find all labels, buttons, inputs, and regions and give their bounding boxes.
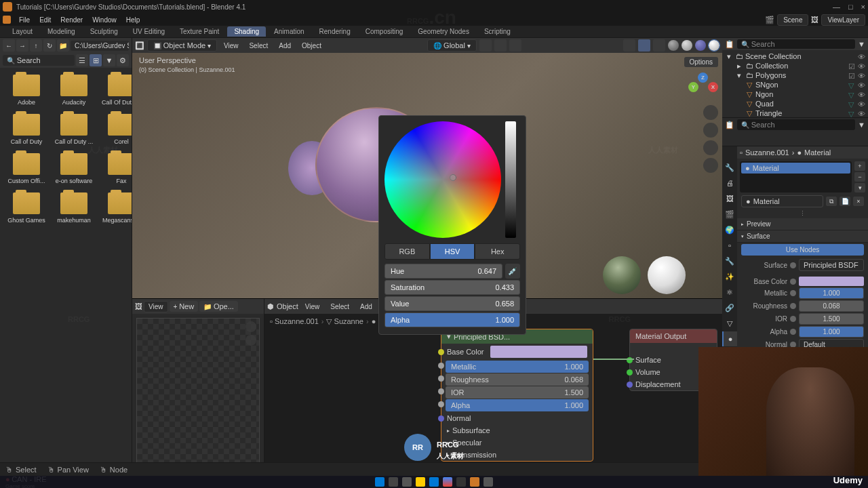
outliner-search[interactable]: 🔍 Search — [737, 39, 855, 49]
socket-dot[interactable] — [790, 279, 796, 285]
close-button[interactable]: × — [861, 3, 865, 11]
shading-wireframe-icon[interactable] — [668, 40, 679, 51]
folder-item[interactable]: Ghost Games — [4, 190, 49, 226]
gizmo-z-axis[interactable]: Z — [698, 73, 708, 83]
taskbar-obs-icon[interactable] — [456, 477, 466, 487]
mode-rgb[interactable]: RGB — [384, 243, 430, 260]
node-principled-bsdf[interactable]: ▾Principled BSD... Base Color Metallic1.… — [441, 329, 593, 462]
nav-up-button[interactable]: ↑ — [30, 39, 42, 52]
gizmo-y-axis[interactable]: Y — [688, 82, 698, 92]
slot-menu-button[interactable]: ▾ — [854, 183, 865, 192]
pan-icon[interactable] — [245, 335, 256, 346]
taskbar-taskview-icon[interactable] — [402, 477, 412, 487]
alpha-slider-field[interactable]: Alpha1.000 — [384, 312, 520, 327]
mode-hsv[interactable]: HSV — [430, 243, 475, 260]
menu-help[interactable]: Help — [122, 15, 144, 25]
folder-item[interactable]: Audacity — [52, 72, 96, 108]
panel-surface-header[interactable]: Surface — [737, 230, 868, 243]
metallic-slider[interactable]: 1.000 — [799, 287, 864, 299]
material-slot-item[interactable]: ●Material — [741, 163, 850, 174]
orientation-gizmo[interactable]: X Y Z — [688, 73, 718, 102]
node-alpha-slider[interactable]: Alpha1.000 — [446, 399, 589, 411]
visibility-icon[interactable]: 👁 — [858, 91, 865, 98]
view-list-icon[interactable]: ☰ — [76, 54, 88, 66]
nav-newfolder-button[interactable]: 📁 — [57, 39, 69, 52]
ne-menu-view[interactable]: View — [301, 302, 324, 312]
taskbar-chrome-icon[interactable] — [443, 477, 452, 487]
tab-particle-icon[interactable]: ✨ — [722, 269, 737, 284]
tab-modifier-icon[interactable]: 🔧 — [722, 253, 737, 268]
tree-row-sngon[interactable]: ▽SNgon▽👁 — [724, 80, 867, 89]
socket-dot[interactable] — [790, 303, 796, 309]
scene-field[interactable]: Scene — [777, 14, 808, 26]
tab-material-icon[interactable]: ● — [722, 331, 737, 346]
folder-item[interactable]: Call of Duty — [4, 111, 49, 148]
mat-unlink-button[interactable]: × — [853, 197, 864, 206]
menu-file[interactable]: File — [15, 15, 34, 25]
tree-row-triangle[interactable]: ▽Triangle▽👁 — [724, 108, 867, 118]
folder-item[interactable]: e-on software — [52, 150, 96, 187]
vp-menu-object[interactable]: Object — [298, 41, 326, 51]
outliner-type-icon[interactable]: 📋 — [725, 40, 734, 49]
nav-refresh-button[interactable]: ↻ — [43, 39, 56, 52]
nav-forward-button[interactable]: → — [16, 39, 28, 52]
tab-geonodes[interactable]: Geometry Nodes — [411, 26, 476, 37]
tab-physics-icon[interactable]: ⚛ — [722, 285, 737, 300]
image-view-menu[interactable]: View — [144, 301, 168, 312]
visibility-icon[interactable]: 👁 — [858, 53, 865, 60]
camera-view-icon[interactable] — [703, 140, 718, 155]
color-wheel[interactable] — [384, 121, 501, 238]
mesh-icon[interactable]: ▽ — [848, 91, 856, 98]
tree-row-ngon[interactable]: ▽Ngon▽👁 — [724, 89, 867, 99]
image-preview-area[interactable] — [136, 318, 260, 484]
tab-uv[interactable]: UV Editing — [126, 26, 172, 37]
tab-scene-icon[interactable]: 🎬 — [722, 207, 737, 222]
checkbox-icon[interactable]: ☑ — [848, 72, 856, 79]
vp-menu-select[interactable]: Select — [245, 41, 272, 51]
visibility-icon[interactable]: 👁 — [858, 72, 865, 79]
folder-item[interactable]: makehuman — [52, 190, 96, 226]
transform-orientation[interactable]: 🌐 Global ▾ — [427, 39, 476, 52]
filter-icon[interactable]: ▼ — [858, 40, 865, 48]
filter-icon[interactable]: ▼ — [103, 54, 115, 66]
snap-icon[interactable] — [494, 39, 507, 52]
folder-item[interactable]: Megascans ... — [99, 190, 132, 226]
xray-icon[interactable] — [653, 39, 665, 52]
tree-row-quad[interactable]: ▽Quad▽👁 — [724, 99, 867, 108]
ior-slider[interactable]: 1.500 — [799, 313, 864, 325]
remove-slot-button[interactable]: − — [854, 172, 865, 182]
tab-sculpting[interactable]: Sculpting — [83, 26, 125, 37]
tree-row-collection[interactable]: ▸🗀Collection☑👁 — [724, 61, 867, 70]
ne-menu-add[interactable]: Add — [356, 302, 376, 312]
tab-shading[interactable]: Shading — [227, 26, 266, 37]
node-socket-basecolor[interactable]: Base Color — [441, 344, 593, 360]
view-grid-icon[interactable]: ⊞ — [90, 54, 102, 66]
tree-row-scene-collection[interactable]: ▾🗀Scene Collection👁 — [724, 52, 867, 61]
overlay-toggle-icon[interactable] — [638, 39, 650, 52]
add-slot-button[interactable]: + — [854, 161, 865, 171]
folder-item[interactable]: Call of Duty ... — [52, 111, 96, 148]
tab-modeling[interactable]: Modeling — [41, 26, 82, 37]
node-expand-specular[interactable]: Specular — [441, 436, 593, 449]
taskbar-app-icon[interactable] — [484, 477, 493, 487]
socket-dot[interactable] — [790, 290, 796, 296]
zoom-icon[interactable] — [245, 321, 256, 332]
folder-item[interactable]: Adobe — [4, 72, 49, 108]
maximize-button[interactable]: □ — [848, 3, 853, 11]
node-socket-normal[interactable]: Normal — [441, 412, 593, 424]
folder-item[interactable]: Custom Offi... — [4, 150, 49, 187]
taskbar-blender-icon[interactable] — [470, 477, 479, 487]
proportional-icon[interactable] — [509, 39, 521, 52]
tab-constraint-icon[interactable]: 🔗 — [722, 300, 737, 315]
folder-item[interactable]: Fax — [99, 150, 132, 187]
visibility-icon[interactable]: 👁 — [858, 110, 865, 117]
visibility-icon[interactable]: 👁 — [858, 100, 865, 108]
perspective-toggle-icon[interactable] — [703, 158, 718, 173]
node-ior-slider[interactable]: IOR1.500 — [446, 386, 589, 399]
node-roughness-slider[interactable]: Roughness0.068 — [446, 373, 589, 386]
taskbar-explorer-icon[interactable] — [416, 477, 425, 487]
nav-back-button[interactable]: ← — [3, 39, 15, 52]
interaction-mode[interactable]: 🔲 Object Mode ▾ — [147, 39, 217, 52]
move-view-icon[interactable] — [703, 123, 718, 138]
taskbar-search-icon[interactable] — [389, 477, 398, 487]
